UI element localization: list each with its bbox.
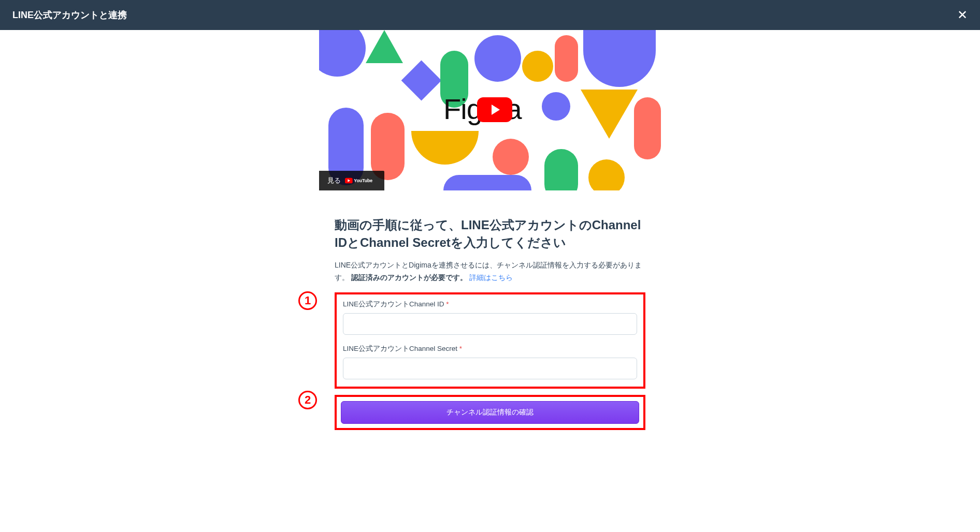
modal-header: LINE公式アカウントと連携 ✕ <box>0 0 980 30</box>
video-thumbnail[interactable]: Figma 見る YouTube <box>319 30 661 190</box>
youtube-icon: YouTube <box>345 177 376 184</box>
channel-id-input[interactable] <box>343 313 637 335</box>
decor-shape <box>583 30 656 87</box>
instructions-heading: 動画の手順に従って、LINE公式アカウントのChannel IDとChannel… <box>335 216 645 251</box>
details-link[interactable]: 詳細はこちら <box>469 273 513 282</box>
channel-id-group: LINE公式アカウントChannel ID * <box>343 300 637 335</box>
play-icon[interactable] <box>477 97 512 122</box>
instructions-text-strong: 認証済みのアカウントが必要です。 <box>351 273 467 282</box>
watch-label: 見る <box>327 176 341 185</box>
close-icon[interactable]: ✕ <box>957 9 968 21</box>
decor-shape <box>493 139 529 175</box>
submit-highlight-box: チャンネル認証情報の確認 <box>335 395 645 430</box>
channel-secret-label-text: LINE公式アカウントChannel Secret <box>343 345 457 352</box>
modal-body: Figma 見る YouTube 動画の手順に従って、LINE公式アカウントのC… <box>0 30 980 457</box>
decor-shape <box>555 35 578 82</box>
svg-text:YouTube: YouTube <box>354 178 372 183</box>
instructions-body: LINE公式アカウントとDigimaを連携させるには、チャンネル認証情報を入力す… <box>335 259 645 284</box>
decor-shape <box>542 92 570 121</box>
decor-shape <box>474 35 521 82</box>
decor-shape <box>366 30 403 63</box>
instructions-block: 動画の手順に従って、LINE公式アカウントのChannel IDとChannel… <box>335 216 645 284</box>
channel-secret-input[interactable] <box>343 358 637 379</box>
decor-shape <box>371 113 405 180</box>
decor-shape <box>401 61 442 101</box>
decor-shape <box>443 175 531 190</box>
decor-shape <box>544 149 578 190</box>
decor-shape <box>522 51 553 82</box>
decor-shape <box>588 159 625 190</box>
credentials-highlight-box: LINE公式アカウントChannel ID * LINE公式アカウントChann… <box>335 292 645 389</box>
channel-secret-label: LINE公式アカウントChannel Secret * <box>343 344 637 353</box>
annotation-marker-2: 2 <box>298 391 317 409</box>
decor-shape <box>319 30 366 77</box>
decor-shape <box>411 131 479 165</box>
channel-id-label: LINE公式アカウントChannel ID * <box>343 300 637 309</box>
decor-shape <box>581 90 638 139</box>
video-artwork: Figma 見る YouTube <box>319 30 661 190</box>
verify-credentials-button[interactable]: チャンネル認証情報の確認 <box>341 401 639 424</box>
form-area: 1 2 LINE公式アカウントChannel ID * LINE公式アカウントC… <box>335 292 645 430</box>
modal-title: LINE公式アカウントと連携 <box>12 9 127 21</box>
channel-id-label-text: LINE公式アカウントChannel ID <box>343 300 444 308</box>
annotation-marker-1: 1 <box>298 291 317 310</box>
channel-secret-group: LINE公式アカウントChannel Secret * <box>343 344 637 379</box>
youtube-watch-badge[interactable]: 見る YouTube <box>319 171 384 190</box>
required-asterisk: * <box>459 345 462 352</box>
decor-shape <box>634 97 661 159</box>
required-asterisk: * <box>446 300 449 308</box>
